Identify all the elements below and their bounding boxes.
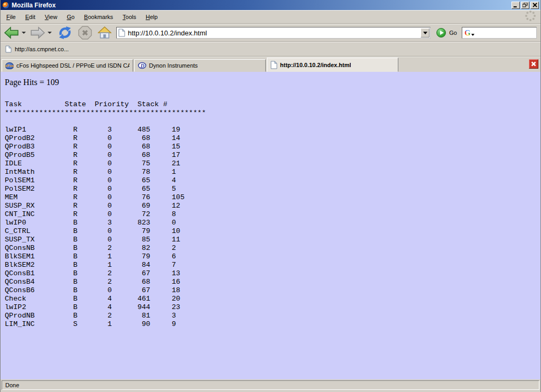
tab-cfos[interactable]: cFos cFos Highspeed DSL / PPPoE und ISDN… bbox=[2, 59, 133, 72]
page-hits-text: Page Hits = 109 bbox=[5, 78, 540, 87]
menu-edit[interactable]: Edit bbox=[22, 12, 39, 22]
go-icon bbox=[436, 28, 446, 38]
minimize-icon bbox=[513, 3, 518, 7]
throbber-icon bbox=[525, 10, 536, 24]
menu-bookmarks[interactable]: Bookmarks bbox=[80, 12, 117, 22]
task-table: Task State Priority Stack # ************… bbox=[5, 100, 540, 329]
close-icon bbox=[533, 3, 537, 7]
page-icon bbox=[118, 29, 125, 37]
forward-button[interactable] bbox=[29, 26, 46, 40]
close-tab-x-icon bbox=[531, 61, 536, 67]
menu-file[interactable]: File bbox=[3, 12, 20, 22]
menu-help[interactable]: Help bbox=[142, 12, 162, 22]
stop-icon bbox=[78, 26, 92, 40]
forward-dropdown[interactable] bbox=[48, 32, 52, 34]
chevron-down-icon bbox=[423, 32, 427, 34]
firefox-app-icon bbox=[2, 2, 10, 9]
menu-bar: File Edit View Go Bookmarks Tools Help bbox=[1, 10, 540, 24]
menu-tools[interactable]: Tools bbox=[119, 12, 140, 22]
cfos-favicon-icon: cFos bbox=[5, 62, 14, 69]
url-input[interactable]: http://10.0.10.2/index.html bbox=[128, 29, 421, 37]
google-icon: G bbox=[464, 29, 471, 37]
browser-window: Mozilla Firefox File Edit View Go Bookma… bbox=[0, 0, 541, 392]
url-dropdown-button[interactable] bbox=[421, 28, 430, 38]
status-panel: Done bbox=[2, 380, 539, 390]
navigation-toolbar: http://10.0.10.2/index.html Go G bbox=[1, 24, 540, 42]
status-bar: Done bbox=[1, 379, 540, 392]
tab-label: Dynon Instruments bbox=[149, 62, 198, 69]
minimize-button[interactable] bbox=[511, 2, 520, 9]
home-icon bbox=[98, 26, 111, 39]
bookmark-page-icon bbox=[5, 45, 12, 53]
tab-page-icon bbox=[270, 61, 277, 69]
back-arrow-icon bbox=[4, 26, 20, 39]
close-tab-button[interactable] bbox=[529, 59, 538, 69]
reload-icon bbox=[58, 26, 72, 40]
page-content: Page Hits = 109 Task State Priority Stac… bbox=[1, 72, 540, 379]
title-bar: Mozilla Firefox bbox=[1, 0, 540, 10]
tab-dynon[interactable]: D Dynon Instruments bbox=[134, 59, 266, 72]
bookmarks-toolbar: http://as.cmpnet.co... bbox=[1, 42, 540, 57]
forward-arrow-icon bbox=[30, 26, 45, 39]
search-engine-dropdown[interactable] bbox=[471, 34, 474, 36]
menu-view[interactable]: View bbox=[41, 12, 61, 22]
back-button[interactable] bbox=[3, 26, 20, 40]
url-bar[interactable]: http://10.0.10.2/index.html bbox=[116, 27, 431, 39]
go-button-label: Go bbox=[449, 30, 457, 36]
search-input[interactable]: G bbox=[462, 27, 537, 39]
tab-active-index-page[interactable]: http://10.0.10.2/index.html bbox=[267, 58, 398, 72]
menu-go[interactable]: Go bbox=[63, 12, 78, 22]
home-button[interactable] bbox=[97, 26, 112, 40]
dynon-favicon-icon: D bbox=[138, 61, 146, 70]
back-dropdown[interactable] bbox=[22, 32, 26, 34]
status-text: Done bbox=[5, 382, 19, 388]
bookmark-label: http://as.cmpnet.co... bbox=[15, 46, 69, 52]
tab-label: cFos Highspeed DSL / PPPoE und ISDN CAP.… bbox=[16, 62, 129, 69]
stop-button[interactable] bbox=[78, 25, 92, 40]
tab-bar: cFos cFos Highspeed DSL / PPPoE und ISDN… bbox=[1, 57, 540, 72]
reload-button[interactable] bbox=[57, 25, 73, 40]
window-title: Mozilla Firefox bbox=[12, 2, 510, 9]
restore-icon bbox=[523, 3, 528, 7]
close-button[interactable] bbox=[530, 2, 539, 9]
bookmark-item[interactable]: http://as.cmpnet.co... bbox=[5, 45, 69, 53]
restore-button[interactable] bbox=[521, 2, 529, 9]
svg-text:D: D bbox=[140, 63, 144, 69]
go-button[interactable]: Go bbox=[436, 28, 457, 38]
tab-label: http://10.0.10.2/index.html bbox=[280, 62, 351, 68]
